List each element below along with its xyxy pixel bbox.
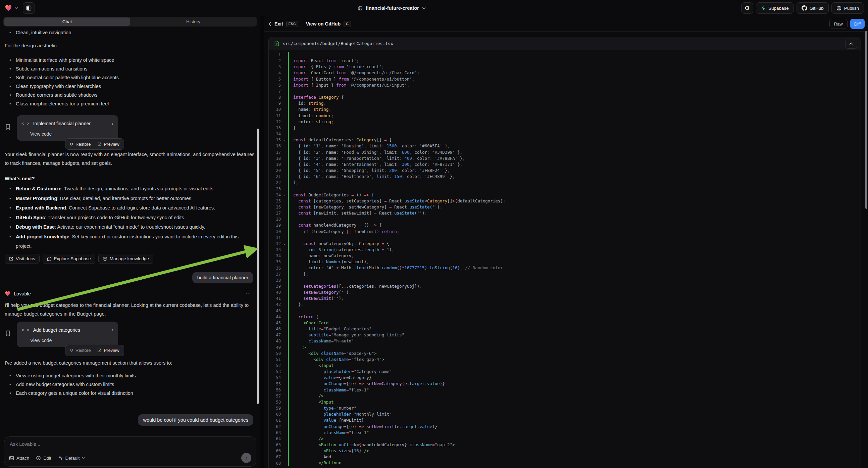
code-line: 5import { Button } from '@/components/ui… — [269, 76, 861, 82]
card-actions: ↺Restore Preview — [65, 345, 124, 356]
code-line: 27 const [newLimit, setNewLimit] = React… — [269, 210, 861, 216]
code-line: 37 }; — [269, 271, 861, 277]
bookmark-icon[interactable] — [5, 115, 17, 141]
view-on-github-button[interactable]: View on GitHub — [306, 21, 341, 27]
code-line: 21 { id: '6', name: 'Healthcare', limit:… — [269, 174, 861, 180]
lovable-logo-icon[interactable] — [5, 4, 12, 12]
composer[interactable]: Ask Lovable... Attach Edit Default ↑ — [4, 436, 256, 467]
manage-knowledge-button[interactable]: Manage knowledge — [98, 254, 153, 264]
topbar-left — [5, 0, 35, 16]
list-item: •Clean, intuitive navigation — [5, 28, 255, 37]
code-brackets-icon: < > — [22, 328, 30, 332]
code-line: 49 > — [269, 345, 861, 351]
diff-toggle-button[interactable]: Diff — [850, 19, 865, 29]
list-item: •Master Prompting: Use clear, detailed, … — [5, 194, 255, 203]
publish-button[interactable]: Publish — [831, 2, 864, 14]
composer-toolbar: Attach Edit Default ↑ — [9, 453, 251, 463]
settings-button[interactable]: ⚙ — [741, 2, 753, 14]
user-message-row: build a financial planner — [5, 272, 253, 283]
code-line: 52 <Input — [269, 362, 861, 369]
tab-history[interactable]: History — [130, 18, 256, 26]
chevron-right-icon: › — [112, 327, 114, 333]
code-line: 3import { Plus } from 'lucide-react'; — [269, 64, 861, 70]
code-line: 4import ChartCard from '@/components/ui/… — [269, 70, 861, 76]
edit-button[interactable]: Edit — [36, 456, 51, 461]
preview-button[interactable]: Preview — [94, 142, 122, 147]
restore-button[interactable]: ↺Restore — [67, 142, 94, 147]
attach-button[interactable]: Attach — [9, 456, 29, 461]
user-message-row: would be cool if you could add budget ca… — [5, 414, 253, 426]
list-item: •Subtle animations and transitions — [5, 64, 255, 73]
code-line: 66 <Plus size={16} /> — [269, 448, 861, 454]
code-line: 31 — [269, 235, 861, 241]
collapse-file-button[interactable] — [845, 39, 857, 49]
view-code-link[interactable]: View code — [30, 338, 114, 343]
github-button[interactable]: GitHub — [797, 2, 829, 14]
code-panel-scrollbar[interactable] — [865, 31, 867, 209]
raw-toggle-button[interactable]: Raw — [829, 19, 847, 29]
list-item: •Rounded corners and subtle shadows — [5, 91, 255, 99]
list-item: •Refine & Customize: Tweak the design, a… — [5, 184, 255, 194]
chevron-up-icon — [849, 42, 853, 45]
code-line: 9 id: string; — [269, 100, 861, 107]
explore-supabase-button[interactable]: Explore Supabase — [42, 254, 95, 264]
restore-button[interactable]: ↺Restore — [67, 348, 94, 353]
back-chevron-icon[interactable] — [269, 22, 272, 26]
code-line: 24⌄const BudgetCategories = () => { — [269, 192, 861, 198]
project-switcher[interactable]: financial-future-creator — [358, 0, 426, 16]
list-item: •Minimalist interface with plenty of whi… — [5, 56, 255, 64]
code-line: 40 setNewCategory(''); — [269, 289, 861, 295]
code-line: 14 — [269, 131, 861, 137]
list-item: •GitHub Sync: Transfer your project's co… — [5, 213, 255, 223]
external-link-icon — [9, 257, 13, 261]
chat-history-tabs: Chat History — [3, 17, 257, 27]
tool-card-add-budget-categories[interactable]: < > Add budget categories › View code ↺R… — [17, 322, 118, 347]
supabase-button[interactable]: Supabase — [756, 2, 794, 14]
exit-button[interactable]: Exit — [275, 21, 283, 27]
code-line: 61 value={newLimit} — [269, 417, 861, 423]
project-chevron-down-icon — [422, 7, 426, 9]
more-options-icon[interactable]: ⋯ — [246, 291, 255, 297]
bookmark-icon[interactable] — [5, 322, 17, 347]
tool-card-implement-planner[interactable]: < > Implement financial planner › View c… — [17, 115, 118, 141]
logo-chevron-down-icon[interactable] — [15, 7, 18, 9]
card-actions: ↺Restore Preview — [65, 138, 124, 150]
file-header[interactable]: src/components/budget/BudgetCategories.t… — [269, 37, 861, 50]
composer-input[interactable]: Ask Lovable... — [10, 441, 251, 447]
design-heading: For the design aesthetic: — [5, 41, 255, 50]
chat-scrollbar[interactable] — [257, 128, 259, 404]
list-item: •Add new budget categories with custom l… — [5, 380, 255, 389]
list-item: •Expand with Backend: Connect Supabase t… — [5, 203, 255, 213]
code-line: 2import React from 'react'; — [269, 58, 861, 64]
code-line: 55 onChange={(e) => setNewCategory(e.tar… — [269, 381, 861, 387]
send-button[interactable]: ↑ — [241, 453, 251, 463]
features-list: •View existing budget categories with th… — [5, 371, 255, 398]
code-line: 46 title="Budget Categories" — [269, 326, 861, 332]
code-lines[interactable]: 1 2import React from 'react';3import { P… — [269, 50, 861, 466]
mode-selector[interactable]: Default — [58, 456, 85, 461]
assistant-reply-intro: I've added a new budget categories manag… — [5, 358, 255, 367]
view-code-link[interactable]: View code — [30, 131, 114, 137]
code-line: 53 placeholder="Category name" — [269, 369, 861, 375]
code-line: 1 — [269, 52, 861, 58]
code-line: 30 if (!newCategory || !newLimit) return… — [269, 229, 861, 235]
code-line: 35 limit: Number(newLimit), — [269, 259, 861, 265]
code-line: 7 — [269, 88, 861, 94]
code-line: 33 id: String(categories.length + 1), — [269, 247, 861, 253]
tab-chat[interactable]: Chat — [4, 18, 130, 26]
preview-button[interactable]: Preview — [94, 348, 122, 353]
chat-bubble-icon — [47, 257, 52, 261]
sliders-icon — [58, 456, 63, 461]
chat-scroll-area[interactable]: •Clean, intuitive navigation For the des… — [0, 28, 260, 434]
sidebar-toggle-button[interactable] — [23, 2, 35, 14]
code-line: 17 { id: '2', name: 'Food & Dining', lim… — [269, 149, 861, 155]
esc-key-badge: ESC — [286, 21, 298, 27]
code-line: 62 onChange={(e) => setNewLimit(e.target… — [269, 424, 861, 430]
visit-docs-button[interactable]: Visit docs — [5, 254, 39, 264]
file-card: src/components/budget/BudgetCategories.t… — [269, 37, 861, 468]
code-line: 44 return ( — [269, 314, 861, 320]
list-item: •Soft, neutral color palette with light … — [5, 73, 255, 82]
code-line: 12 color: string; — [269, 119, 861, 125]
code-line: 6import { Input } from '@/components/ui/… — [269, 82, 861, 88]
user-message: build a financial planner — [192, 272, 253, 283]
